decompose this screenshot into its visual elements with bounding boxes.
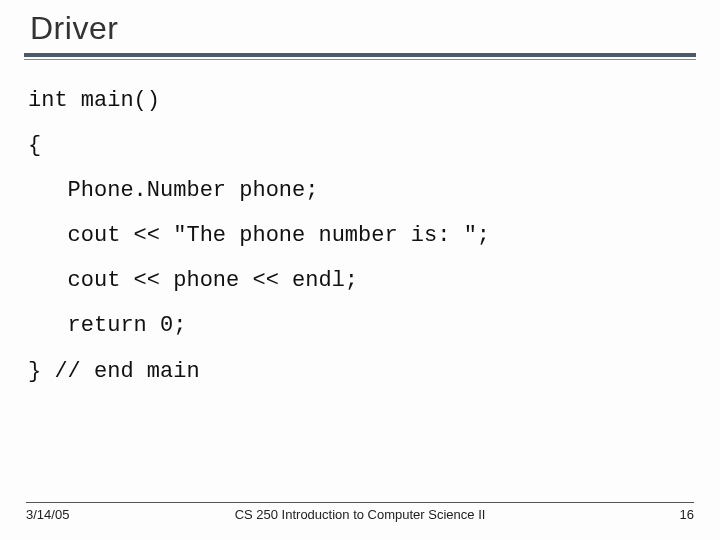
title-rule-thick — [24, 53, 696, 57]
slide-title: Driver — [24, 8, 696, 53]
footer-date: 3/14/05 — [26, 507, 193, 522]
footer-course: CS 250 Introduction to Computer Science … — [193, 507, 527, 522]
slide: Driver int main() { Phone.Number phone; … — [0, 0, 720, 540]
code-block: int main() { Phone.Number phone; cout <<… — [24, 60, 696, 394]
footer-page: 16 — [527, 507, 694, 522]
footer: 3/14/05 CS 250 Introduction to Computer … — [0, 502, 720, 522]
footer-row: 3/14/05 CS 250 Introduction to Computer … — [26, 507, 694, 522]
footer-rule — [26, 502, 694, 503]
